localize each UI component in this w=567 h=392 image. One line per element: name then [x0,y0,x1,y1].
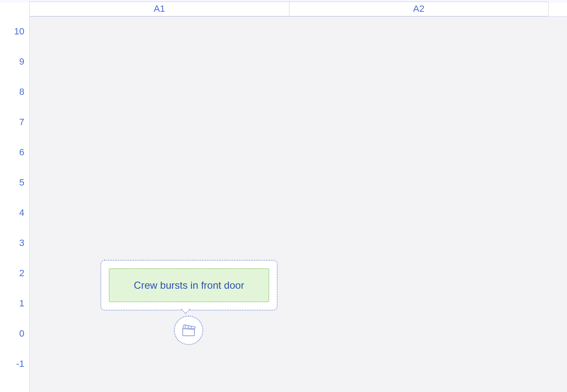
row-label-6[interactable]: 6 [0,137,29,167]
scene-card[interactable]: Crew bursts in front door [100,260,278,311]
row-label-1[interactable]: 1 [0,288,29,319]
scene-card-inner: Crew bursts in front door [109,268,269,302]
row-label-9[interactable]: 9 [0,47,29,77]
row-label-10[interactable]: 10 [0,16,29,47]
row-label-8[interactable]: 8 [0,77,29,107]
row-labels: 10 9 8 7 6 5 4 3 2 1 0 -1 [0,16,29,379]
row-label-4[interactable]: 4 [0,198,29,228]
svg-line-1 [185,326,186,329]
scene-marker[interactable] [174,316,203,345]
grid-canvas[interactable]: Crew bursts in front door [29,16,567,392]
row-label-0[interactable]: 0 [0,319,29,349]
row-label-7[interactable]: 7 [0,107,29,137]
column-header-a2[interactable]: A2 [289,1,549,16]
row-label-neg1[interactable]: -1 [0,349,29,379]
top-blur-band [0,0,567,3]
row-label-3[interactable]: 3 [0,228,29,258]
clapperboard-icon [181,324,196,337]
row-label-2[interactable]: 2 [0,258,29,288]
scene-card-text: Crew bursts in front door [134,280,244,291]
row-label-5[interactable]: 5 [0,167,29,198]
column-headers: A1 A2 [29,1,567,16]
column-header-a1[interactable]: A1 [29,1,289,16]
